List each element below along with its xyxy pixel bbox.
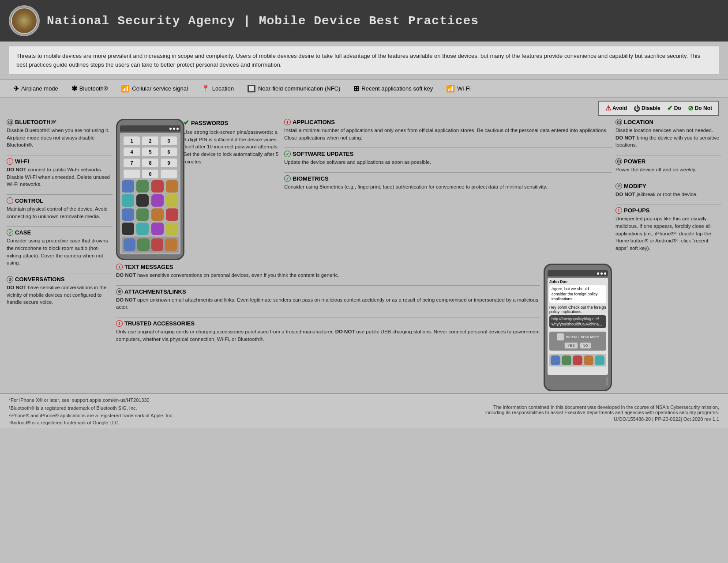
r-app-3 bbox=[573, 355, 582, 365]
biometrics-header: ✓ BIOMETRICS bbox=[284, 175, 612, 182]
nfc-icon: 🔲 bbox=[247, 84, 256, 93]
key-4: 4 bbox=[123, 147, 140, 157]
wifi-warn-icon: ! bbox=[7, 158, 13, 165]
phone-left: 1 2 3 4 5 6 7 8 9 0 bbox=[116, 119, 184, 260]
divider-7 bbox=[116, 285, 540, 286]
phone-left-container: 1 2 3 4 5 6 7 8 9 0 bbox=[116, 119, 180, 260]
dock-1 bbox=[124, 238, 135, 251]
airplane-mode-icon-item: ✈ Airplane mode bbox=[13, 84, 58, 93]
center-top-sections: ! APPLICATIONS Install a minimal number … bbox=[284, 119, 612, 197]
modify-body-text: jailbreak or root the device. bbox=[635, 192, 698, 197]
bluetooth-title: BLUETOOTH®¹ bbox=[15, 119, 57, 125]
app-1 bbox=[122, 180, 134, 193]
install-no-btn[interactable]: NO bbox=[580, 342, 591, 349]
phone-screen-1: 1 2 3 4 5 6 7 8 9 0 bbox=[120, 133, 180, 254]
divider-8 bbox=[116, 317, 540, 317]
app-14 bbox=[136, 223, 149, 235]
power-section: ⏻ POWER Power the device off and on week… bbox=[615, 158, 721, 174]
phone-dock bbox=[122, 237, 179, 253]
status-legend-box: ⚠ Avoid ⏻ Disable ✔ Do ⊘ Do Not bbox=[598, 101, 719, 116]
phone-bottom-apps bbox=[549, 354, 606, 367]
text-body-text: have sensitive conversations on personal… bbox=[136, 272, 339, 278]
biometrics-title: BIOMETRICS bbox=[293, 175, 329, 182]
attachments-header: ⊘ ATTACHMENTS/LINKS bbox=[116, 288, 540, 295]
popups-title: POP-UPS bbox=[624, 207, 650, 214]
legend-donot: ⊘ Do Not bbox=[688, 104, 712, 112]
disable-icon: ⏻ bbox=[634, 105, 640, 112]
divider-r1 bbox=[615, 155, 721, 155]
disable-label: Disable bbox=[642, 105, 660, 111]
case-section: ✓ CASE Consider using a protective case … bbox=[7, 229, 113, 267]
case-title: CASE bbox=[15, 229, 31, 236]
bluetooth-icon: ✱ bbox=[71, 84, 77, 93]
do-icon: ✔ bbox=[667, 104, 673, 112]
msg-bubble-2: http://foreignpolicyblog.net/ why/you/sh… bbox=[549, 315, 606, 328]
app-2 bbox=[136, 180, 149, 193]
donot-icon: ⊘ bbox=[688, 104, 694, 112]
wifi-body: DO NOT connect to public Wi-Fi networks.… bbox=[7, 166, 113, 188]
text-attach-col: ! TEXT MESSAGES DO NOT have sensitive co… bbox=[116, 264, 540, 349]
passwords-body: Use strong lock-screen pins/passwords: a… bbox=[184, 128, 281, 165]
nsa-logo-inner bbox=[11, 8, 38, 34]
popups-section: ! POP-UPS Unexpected pop-ups like this a… bbox=[615, 207, 721, 252]
biometrics-body: Consider using Biometrics (e.g., fingerp… bbox=[284, 183, 612, 191]
phone-right-container: John Doe Agree, but we should consider t… bbox=[544, 264, 612, 391]
footer: *For iPhone X® or later, see: support.ap… bbox=[0, 393, 728, 428]
r-app-2 bbox=[562, 355, 571, 365]
divider-4 bbox=[7, 273, 113, 273]
control-body: Maintain physical control of the device.… bbox=[7, 205, 113, 220]
conversations-header: ⊘ CONVERSATIONS bbox=[7, 276, 113, 283]
divider-5 bbox=[284, 147, 612, 148]
footer-legal: The information contained in this docume… bbox=[477, 404, 719, 415]
key-8: 8 bbox=[142, 158, 159, 168]
popups-header: ! POP-UPS bbox=[615, 207, 721, 214]
applications-warn-icon: ! bbox=[284, 119, 291, 125]
footer-notes-right: The information contained in this docume… bbox=[477, 404, 719, 427]
app-8 bbox=[166, 194, 178, 207]
conversations-title: CONVERSATIONS bbox=[15, 276, 64, 283]
conversations-section: ⊘ CONVERSATIONS DO NOT have sensitive co… bbox=[7, 276, 113, 306]
app-13 bbox=[122, 223, 134, 235]
dock-2 bbox=[137, 238, 149, 251]
nsa-logo bbox=[9, 5, 40, 36]
key-1: 1 bbox=[123, 136, 140, 146]
cellular-icon: 📶 bbox=[121, 84, 130, 93]
install-prompt: INSTALL NEW APP? YES NO bbox=[549, 332, 606, 351]
footnote-android: ³Android® is a registered trademark of G… bbox=[9, 419, 173, 427]
software-header: ✓ SOFTWARE UPDATES bbox=[284, 151, 612, 157]
page-title: National Security Agency | Mobile Device… bbox=[47, 14, 479, 28]
key-9: 9 bbox=[160, 158, 177, 168]
wifi-title: WI-FI bbox=[15, 158, 29, 165]
trusted-body: Only use original charging cords or char… bbox=[116, 328, 540, 343]
install-buttons: YES NO bbox=[551, 342, 604, 349]
status-dot-1 bbox=[169, 128, 172, 130]
modify-title: MODIFY bbox=[624, 183, 646, 189]
avoid-icon: ⚠ bbox=[605, 104, 611, 112]
footnote-bluetooth: ¹Bluetooth® is a registered trademark of… bbox=[9, 404, 173, 412]
install-yes-btn[interactable]: YES bbox=[564, 342, 578, 349]
footnote-iphone2: ²iPhone® and iPhone® applications are a … bbox=[9, 412, 173, 419]
app-9 bbox=[122, 208, 134, 221]
modify-no-icon: ⊘ bbox=[615, 183, 622, 189]
text-messages-header: ! TEXT MESSAGES bbox=[116, 264, 540, 270]
key-3: 3 bbox=[160, 136, 177, 146]
r-dot-1 bbox=[597, 272, 599, 275]
apps-body-text: Install a minimal number of applications… bbox=[284, 128, 608, 140]
footer-doc-number: U/OO/155488-20 | PP-20-0622| Oct 2020 re… bbox=[477, 416, 719, 422]
phone-status-bar bbox=[120, 125, 180, 132]
app-3 bbox=[151, 180, 164, 193]
app-5 bbox=[122, 194, 134, 207]
case-check-icon: ✓ bbox=[7, 229, 13, 236]
msg-bubble-1: Agree, but we should consider the foreig… bbox=[549, 285, 606, 303]
airplane-icon: ✈ bbox=[13, 84, 19, 93]
location-icon-label: Location bbox=[212, 85, 234, 92]
key-6: 6 bbox=[160, 147, 177, 157]
center-bottom-row: ! TEXT MESSAGES DO NOT have sensitive co… bbox=[116, 264, 612, 391]
status-dot-2 bbox=[173, 128, 175, 130]
intro-text: Threats to mobile devices are more preva… bbox=[9, 46, 719, 75]
nfc-label: Near-field communication (NFC) bbox=[258, 85, 340, 92]
key-5: 5 bbox=[142, 147, 159, 157]
trusted-body-text: Only use original charging cords or char… bbox=[116, 329, 540, 342]
power-header: ⏻ POWER bbox=[615, 158, 721, 165]
app-12 bbox=[166, 208, 178, 221]
